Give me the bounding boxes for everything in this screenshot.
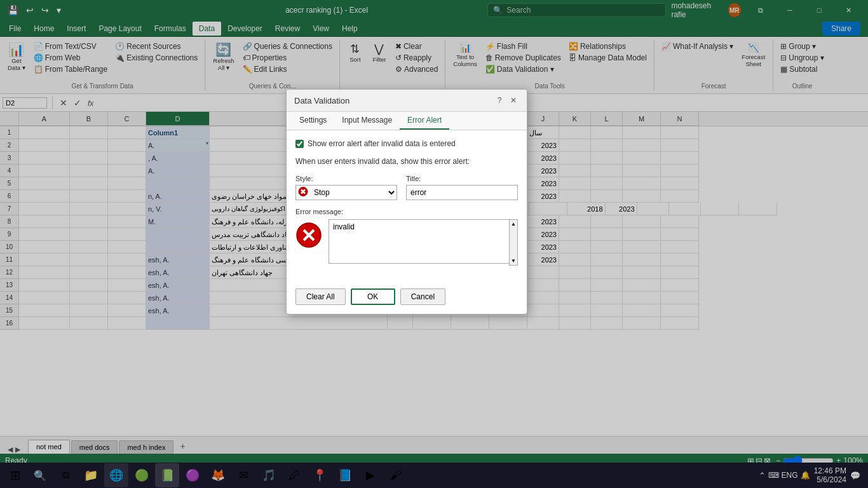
checkbox-row: Show error alert after invalid data is e… (295, 139, 518, 148)
error-message-input[interactable]: invalid (329, 219, 518, 264)
dialog-tab-settings[interactable]: Settings (292, 112, 334, 130)
dialog-title: Data Validation (294, 96, 349, 105)
title-input[interactable] (406, 185, 518, 200)
dialog-overlay: Data Validation ? ✕ Settings Input Messa… (0, 0, 868, 488)
show-error-label: Show error alert after invalid data is e… (308, 139, 456, 148)
clear-all-button[interactable]: Clear All (295, 288, 346, 305)
error-message-section: Error message: invalid ▲ ▼ (295, 208, 518, 266)
dialog-row-with-icon: invalid ▲ ▼ (295, 219, 518, 266)
dialog-title-controls: ? ✕ (494, 95, 519, 106)
dialog-tab-error-alert[interactable]: Error Alert (400, 112, 449, 130)
textarea-scrollbar[interactable]: ▲ ▼ (509, 219, 518, 266)
form-row-style-title: Style: Stop Warning (295, 175, 518, 200)
info-text: When user enters invalid data, show this… (295, 157, 518, 166)
form-field-title: Title: (406, 175, 518, 200)
error-msg-label: Error message: (295, 208, 518, 215)
dialog-title-bar: Data Validation ? ✕ (287, 90, 527, 112)
dialog-body: Show error alert after invalid data is e… (287, 130, 527, 282)
title-label: Title: (406, 175, 518, 182)
style-select[interactable]: Stop Warning Information (295, 185, 397, 200)
error-message-container: invalid ▲ ▼ (329, 219, 518, 266)
dialog-tabs: Settings Input Message Error Alert (287, 112, 527, 130)
cancel-button[interactable]: Cancel (400, 288, 445, 305)
dialog-buttons: Clear All OK Cancel (287, 282, 527, 314)
scroll-up-icon[interactable]: ▲ (511, 221, 516, 227)
error-stop-icon (295, 219, 322, 248)
ok-button[interactable]: OK (351, 288, 395, 305)
form-field-style: Style: Stop Warning (295, 175, 397, 200)
dialog-help-btn[interactable]: ? (494, 95, 505, 106)
style-label: Style: (295, 175, 397, 182)
scroll-down-icon[interactable]: ▼ (511, 258, 516, 264)
dialog-close-btn[interactable]: ✕ (508, 95, 519, 106)
data-validation-dialog: Data Validation ? ✕ Settings Input Messa… (286, 89, 527, 315)
dialog-tab-input-message[interactable]: Input Message (334, 112, 400, 130)
show-error-checkbox[interactable] (295, 140, 304, 148)
